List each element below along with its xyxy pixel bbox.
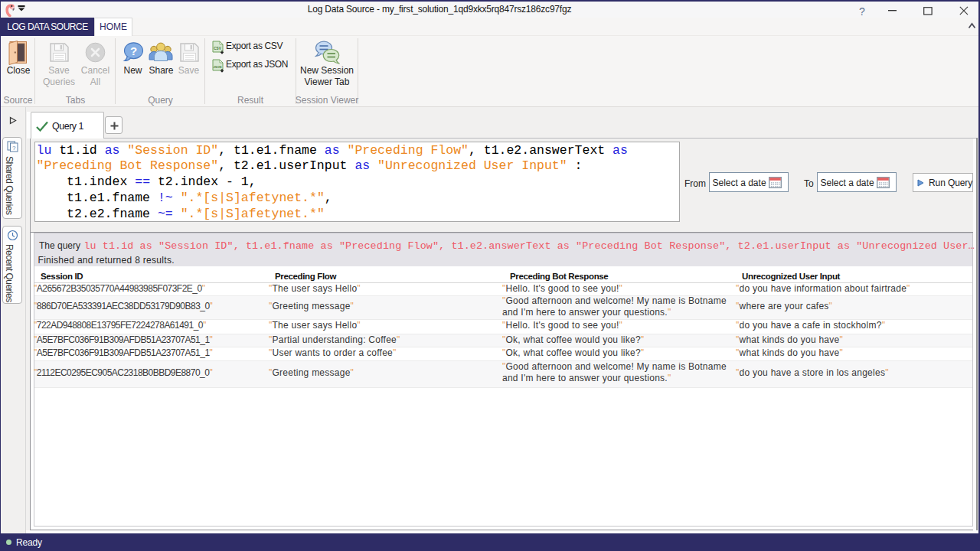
svg-text:?: ? bbox=[12, 145, 16, 152]
svg-text:JSON: JSON bbox=[214, 65, 222, 69]
svg-text:?: ? bbox=[130, 44, 137, 57]
svg-text:CSV: CSV bbox=[214, 47, 221, 51]
